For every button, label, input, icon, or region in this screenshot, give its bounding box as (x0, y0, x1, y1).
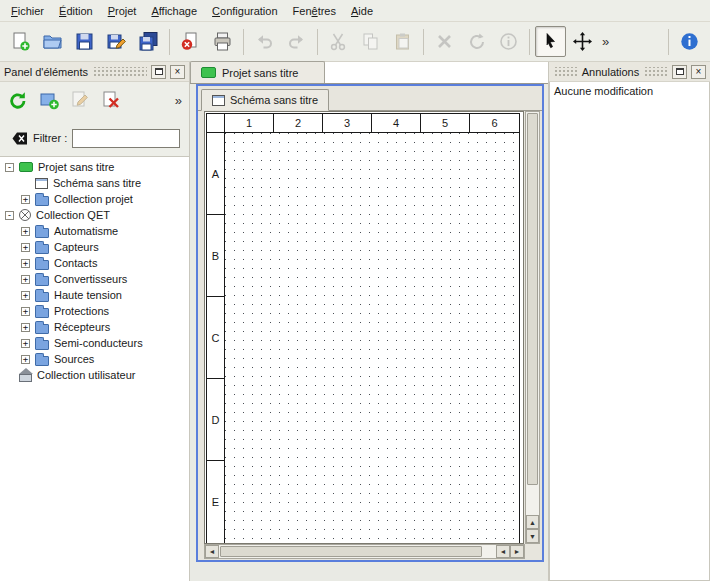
dock-close-button[interactable]: × (691, 65, 706, 79)
undo-dock-titlebar[interactable]: Annulations × (549, 62, 710, 82)
tab-projet-sans-titre[interactable]: Projet sans titre (190, 61, 325, 83)
menu-aide[interactable]: Aide (344, 2, 380, 20)
tree-item-automatisme[interactable]: + Automatisme (0, 223, 189, 239)
diagram-view[interactable]: 1 2 3 4 5 6 A B C D (204, 111, 524, 544)
dock-drag-handle[interactable] (553, 67, 578, 77)
new-document-button[interactable] (5, 26, 36, 57)
paste-button[interactable] (387, 26, 418, 57)
info-icon (498, 31, 519, 52)
cut-button[interactable] (323, 26, 354, 57)
scrollbar-corner (525, 544, 540, 559)
tree-item-semi-conducteurs[interactable]: + Semi-conducteurs (0, 335, 189, 351)
filter-input[interactable] (72, 129, 180, 148)
scroll-left-button-2[interactable]: ◄ (496, 545, 510, 558)
horizontal-scrollbar[interactable]: ◄ ◄ ► (204, 544, 525, 559)
tree-item-haute-tension[interactable]: + Haute tension (0, 287, 189, 303)
column-header: 4 (372, 114, 421, 132)
expander-icon[interactable]: + (21, 195, 30, 204)
menu-affichage[interactable]: Affichage (144, 2, 204, 20)
save-as-button[interactable] (101, 26, 132, 57)
dock-drag-handle[interactable] (92, 67, 147, 77)
diagram-grid[interactable] (225, 133, 519, 543)
menu-configuration[interactable]: Configuration (205, 2, 284, 20)
print-button[interactable] (207, 26, 238, 57)
redo-button[interactable] (281, 26, 312, 57)
clear-filter-icon[interactable] (6, 130, 28, 147)
tree-item-sources[interactable]: + Sources (0, 351, 189, 367)
open-button[interactable] (37, 26, 68, 57)
tree-item-protections[interactable]: + Protections (0, 303, 189, 319)
tree-item-collection-utilisateur[interactable]: Collection utilisateur (0, 367, 189, 383)
close-file-button[interactable] (175, 26, 206, 57)
expander-icon[interactable]: + (21, 323, 30, 332)
panel-overflow-chevron[interactable]: » (172, 93, 185, 108)
menu-fichier[interactable]: Fichier (4, 2, 51, 20)
expander-icon[interactable]: + (21, 227, 30, 236)
folder-icon (35, 292, 49, 302)
info-button[interactable] (493, 26, 524, 57)
user-collection-icon (19, 374, 32, 382)
horizontal-scrollbar-thumb[interactable] (220, 546, 482, 557)
undo-button[interactable] (249, 26, 280, 57)
vertical-scrollbar[interactable]: ▲ ▼ (525, 111, 540, 544)
edit-element-button[interactable] (66, 86, 94, 114)
row-ruler: A B C D E (207, 133, 225, 543)
delete-button[interactable] (429, 26, 460, 57)
reload-collections-button[interactable] (4, 86, 32, 114)
scroll-right-button[interactable]: ► (510, 545, 524, 558)
tree-item-convertisseurs[interactable]: + Convertisseurs (0, 271, 189, 287)
toolbar-overflow-chevron[interactable]: » (599, 34, 612, 49)
copy-button[interactable] (355, 26, 386, 57)
undo-list-item[interactable]: Aucune modification (550, 82, 709, 100)
tree-item-schema[interactable]: Schéma sans titre (0, 175, 189, 191)
scroll-left-button[interactable]: ◄ (205, 545, 219, 558)
new-element-button[interactable] (35, 86, 63, 114)
delete-icon (434, 31, 455, 52)
scroll-down-button[interactable]: ▼ (526, 529, 539, 543)
vertical-scrollbar-thumb[interactable] (527, 113, 538, 485)
save-all-button[interactable] (133, 26, 164, 57)
menu-fenetres[interactable]: Fenêtres (286, 2, 343, 20)
dock-close-button[interactable]: × (170, 65, 185, 79)
expander-icon[interactable]: + (21, 307, 30, 316)
menu-edition[interactable]: Édition (52, 2, 100, 20)
vertical-scrollbar-track[interactable] (526, 486, 539, 515)
save-button[interactable] (69, 26, 100, 57)
tree-item-recepteurs[interactable]: + Récepteurs (0, 319, 189, 335)
expander-icon[interactable]: - (5, 211, 14, 220)
select-mode-button[interactable] (535, 26, 566, 57)
filter-label: Filtrer : (33, 132, 67, 144)
scroll-up-button[interactable]: ▲ (526, 515, 539, 529)
expander-icon[interactable]: + (21, 291, 30, 300)
horizontal-scrollbar-track[interactable] (483, 545, 496, 558)
move-mode-button[interactable] (567, 26, 598, 57)
elements-panel-titlebar[interactable]: Panel d'éléments × (0, 62, 189, 82)
delete-element-button[interactable] (97, 86, 125, 114)
undo-list[interactable]: Aucune modification (549, 82, 710, 581)
tree-item-label: Automatisme (54, 225, 118, 237)
about-button[interactable] (674, 26, 705, 57)
tree-item-collection-projet[interactable]: + Collection projet (0, 191, 189, 207)
tree-item-capteurs[interactable]: + Capteurs (0, 239, 189, 255)
expander-icon[interactable]: + (21, 275, 30, 284)
folder-icon (35, 228, 49, 238)
tree-item-project[interactable]: - Projet sans titre (0, 159, 189, 175)
folder-icon (35, 340, 49, 350)
expander-icon[interactable]: + (21, 355, 30, 364)
dock-float-button[interactable] (672, 65, 687, 79)
rotate-button[interactable] (461, 26, 492, 57)
menu-projet[interactable]: Projet (101, 2, 144, 20)
dock-float-button[interactable] (151, 65, 166, 79)
expander-icon[interactable]: + (21, 259, 30, 268)
open-folder-icon (42, 31, 63, 52)
float-icon (676, 68, 684, 75)
tab-schema-sans-titre[interactable]: Schéma sans titre (201, 89, 329, 111)
schema-icon (35, 178, 48, 189)
tree-item-contacts[interactable]: + Contacts (0, 255, 189, 271)
expander-icon[interactable]: + (21, 243, 30, 252)
dock-drag-handle[interactable] (643, 67, 668, 77)
main-toolbar: » (0, 22, 710, 62)
expander-icon[interactable]: + (21, 339, 30, 348)
tree-item-collection-qet[interactable]: - Collection QET (0, 207, 189, 223)
expander-icon[interactable]: - (5, 163, 14, 172)
